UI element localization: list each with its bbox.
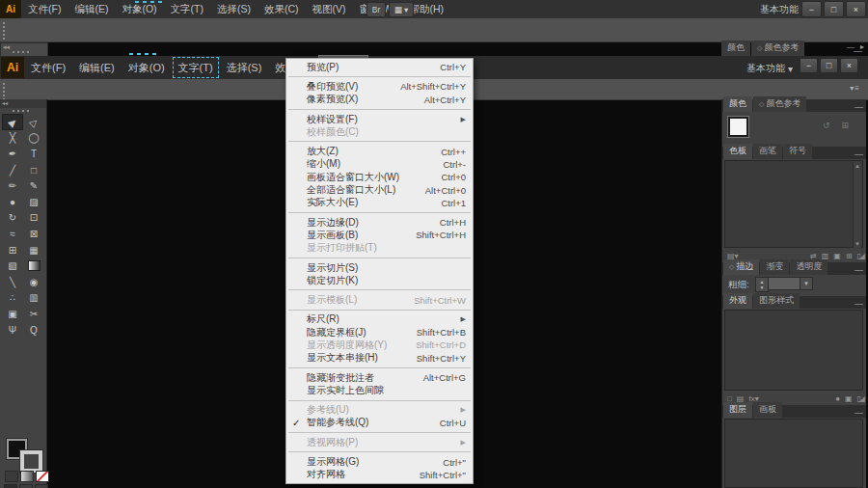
view-menu-item-18[interactable]: 显示切片(S) — [286, 261, 473, 274]
hand-tool[interactable]: Ψ — [2, 322, 23, 339]
inner-menu-item-0[interactable]: 文件(F) — [24, 56, 72, 79]
view-menu-item-0[interactable]: 预览(P)Ctrl+Y — [286, 61, 473, 73]
none-button[interactable] — [36, 471, 49, 482]
swatches-list[interactable]: ▲ ▼ — [724, 160, 863, 248]
view-menu-item-14[interactable]: 显示边缘(D)Ctrl+H — [286, 216, 473, 229]
rectangle-tool[interactable]: □ — [23, 162, 44, 178]
collapse-icon[interactable]: — — [854, 46, 865, 56]
magic-wand-tool[interactable]: ╳ — [2, 130, 23, 147]
view-menu-item-2[interactable]: 叠印预览(V)Alt+Shift+Ctrl+Y — [286, 80, 473, 93]
lasso-tool[interactable]: ◯ — [23, 130, 44, 147]
minimize-button[interactable]: − — [801, 1, 822, 17]
scroll-up-icon[interactable]: ▲ — [854, 163, 860, 169]
panel-tab-透明度[interactable]: 透明度 — [790, 259, 827, 275]
view-menu-item-19[interactable]: 锁定切片(K) — [286, 274, 473, 286]
outer-workspace-switcher[interactable]: 基本功能 ▾ — [760, 3, 806, 16]
type-tool[interactable]: T — [23, 146, 44, 162]
panel-tab-图形样式[interactable]: 图形样式 — [753, 293, 800, 309]
inner-menu-item-4[interactable]: 选择(S) — [220, 56, 269, 79]
panel-tab-颜色[interactable]: 颜色 — [721, 41, 750, 56]
view-menu-item-29[interactable]: 显示实时上色间隙 — [286, 384, 473, 396]
panel-tab-颜色参考[interactable]: ◇颜色参考 — [751, 41, 804, 56]
stroke-swatch[interactable] — [20, 450, 42, 473]
resize-grip-icon[interactable]: ◢ — [859, 394, 865, 403]
drag-handle[interactable] — [3, 83, 5, 100]
mesh-tool[interactable]: ▧ — [2, 258, 23, 274]
zoom-tool[interactable]: Q — [23, 322, 44, 339]
outer-menu-item-3[interactable]: 文字(T) — [164, 0, 210, 18]
options-grid-icon[interactable]: ⊞ — [842, 121, 850, 130]
collapse-icon[interactable]: — — [854, 408, 866, 418]
close-button[interactable]: × — [846, 1, 866, 17]
view-menu-item-9[interactable]: 缩小(M)Ctrl+- — [286, 158, 473, 171]
inner-workspace-switcher[interactable]: 基本功能 ▾ — [746, 62, 793, 75]
pencil-tool[interactable]: ✎ — [23, 177, 44, 194]
blob-brush-tool[interactable]: ● — [2, 194, 23, 210]
current-color-swatch[interactable] — [728, 117, 748, 137]
scroll-down-icon[interactable]: ▼ — [854, 241, 860, 247]
minimize-button[interactable]: − — [800, 58, 818, 73]
close-button[interactable]: × — [840, 58, 858, 73]
paintbrush-tool[interactable]: ✏ — [2, 177, 23, 194]
view-menu-item-32[interactable]: ✓智能参考线(Q)Ctrl+U — [286, 417, 473, 429]
view-menu-item-26[interactable]: 显示文本串接(H)Shift+Ctrl+Y — [286, 352, 473, 365]
new-swatch-icon[interactable]: ⊞ — [846, 252, 853, 260]
view-menu-item-8[interactable]: 放大(Z)Ctrl++ — [286, 145, 473, 157]
restore-button[interactable]: □ — [820, 58, 838, 73]
view-menu-item-3[interactable]: 像素预览(X)Alt+Ctrl+Y — [286, 94, 473, 106]
view-menu-item-31[interactable]: 参考线(U)▶ — [286, 404, 473, 417]
pen-tool[interactable]: ✒ — [2, 146, 23, 162]
view-menu-item-36[interactable]: 显示网格(G)Ctrl+" — [286, 455, 473, 468]
stroke-weight-value[interactable] — [769, 277, 800, 290]
view-menu-item-10[interactable]: 画板适合窗口大小(W)Ctrl+0 — [286, 171, 473, 183]
layers-list[interactable] — [724, 419, 863, 488]
view-menu-item-11[interactable]: 全部适合窗口大小(L)Alt+Ctrl+0 — [286, 183, 473, 196]
arrange-documents-button[interactable]: ▦▾ — [389, 2, 414, 17]
view-menu-item-25[interactable]: 显示透明度网格(Y)Shift+Ctrl+D — [286, 339, 473, 351]
column-graph-tool[interactable]: ▥ — [23, 290, 44, 307]
collapse-icon[interactable]: — — [854, 265, 866, 275]
outer-menu-item-6[interactable]: 视图(V) — [306, 0, 353, 18]
panel-tab-符号[interactable]: 符号 — [783, 144, 812, 159]
panel-tab-渐变[interactable]: 渐变 — [760, 259, 789, 275]
collapse-icon[interactable]: — — [854, 299, 866, 309]
inner-menu-item-3[interactable]: 文字(T) — [172, 56, 220, 79]
scale-tool[interactable]: ⊡ — [23, 210, 44, 227]
stroke-weight-dropdown[interactable]: ▼ — [800, 277, 813, 290]
panel-tab-颜色[interactable]: 颜色 — [723, 96, 752, 112]
drag-dots[interactable] — [13, 110, 29, 112]
eyedropper-tool[interactable]: ╲ — [2, 274, 23, 290]
view-menu-item-16[interactable]: 显示打印拼贴(T) — [286, 242, 473, 255]
draw-inside-button[interactable] — [35, 484, 48, 488]
collapse-arrows-icon[interactable]: ◂◂ — [3, 43, 10, 51]
draw-normal-button[interactable] — [4, 484, 17, 488]
view-menu-item-15[interactable]: 显示画板(B)Shift+Ctrl+H — [286, 229, 473, 241]
collapse-icon[interactable]: — — [854, 149, 866, 159]
panel-tab-画笔[interactable]: 画笔 — [753, 144, 782, 159]
panel-tab-图层[interactable]: 图层 — [723, 402, 752, 418]
free-transform-tool[interactable]: ⊠ — [23, 226, 44, 242]
perspective-grid-tool[interactable]: ▦ — [23, 242, 44, 258]
gradient-tool[interactable] — [23, 258, 44, 274]
new-group-icon[interactable]: ▣ — [833, 252, 841, 260]
bridge-button[interactable]: Br — [366, 2, 386, 17]
eraser-tool[interactable]: ▨ — [23, 194, 44, 210]
view-menu-item-6[interactable]: 校样颜色(C) — [286, 125, 473, 138]
view-menu-item-34[interactable]: 透视网格(P)▶ — [286, 436, 473, 448]
duplicate-item-icon[interactable]: ▣ — [845, 394, 853, 403]
outer-menu-item-0[interactable]: 文件(F) — [21, 0, 68, 18]
outer-menu-item-4[interactable]: 选择(S) — [210, 0, 258, 18]
width-tool[interactable]: ≈ — [2, 226, 23, 242]
color-button[interactable] — [5, 471, 18, 482]
view-menu-item-37[interactable]: 对齐网格Shift+Ctrl+" — [286, 469, 473, 481]
gradient-button[interactable] — [20, 471, 34, 482]
view-menu-item-21[interactable]: 显示模板(L)Shift+Ctrl+W — [286, 293, 473, 306]
view-menu-item-28[interactable]: 隐藏渐变批注者Alt+Ctrl+G — [286, 371, 473, 384]
tools-panel-header[interactable]: ◂◂ — [0, 99, 46, 108]
view-menu-item-5[interactable]: 校样设置(F)▶ — [286, 113, 473, 125]
panel-tab-描边[interactable]: ◇描边 — [723, 259, 759, 275]
drag-dots[interactable] — [13, 51, 29, 53]
slice-tool[interactable]: ✂ — [23, 306, 44, 322]
artboard-tool[interactable]: ▣ — [2, 306, 23, 322]
resize-grip-icon[interactable]: ◢ — [859, 252, 865, 260]
